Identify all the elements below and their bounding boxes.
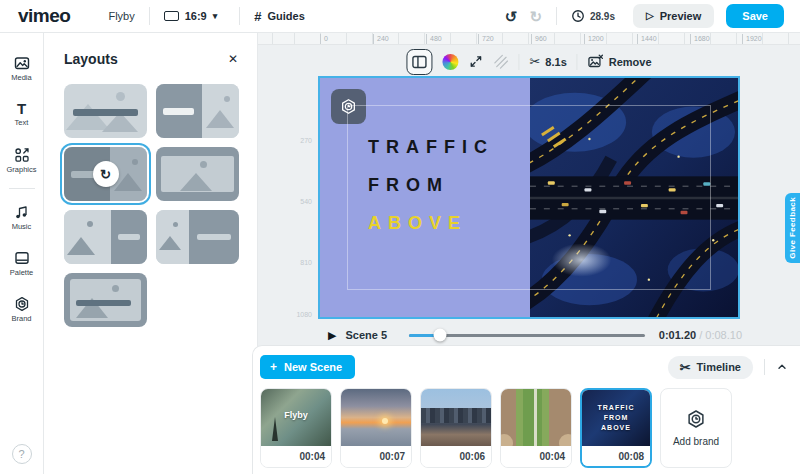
preview-play-icon: ▷: [646, 11, 654, 21]
trim-duration: 8.1s: [545, 56, 566, 68]
trim-tool-button[interactable]: ✂ 8.1s: [529, 55, 566, 68]
left-sidebar: Media T Text Graphics Music Palette Bran…: [0, 33, 44, 474]
redo-icon[interactable]: ↻: [529, 9, 542, 24]
sidebar-label: Music: [12, 222, 32, 231]
resize-tool-button[interactable]: [468, 54, 483, 69]
sidebar-label: Media: [11, 73, 31, 82]
vimeo-create-editor: vimeo Flyby 16:9 ▾ # Guides ↺ ↻ 28.9s ▷ …: [0, 0, 800, 474]
video-canvas-selected[interactable]: TRAFFIC FROM ABOVE: [318, 76, 740, 319]
vertical-ruler-tick: 810: [294, 259, 312, 266]
close-icon[interactable]: ✕: [228, 52, 238, 66]
sidebar-item-graphics[interactable]: Graphics: [0, 137, 43, 183]
color-wheel-button[interactable]: [442, 54, 458, 70]
mountain-shape: [180, 170, 212, 191]
play-icon[interactable]: ▶: [328, 329, 336, 342]
mountain-shape: [67, 234, 95, 255]
sidebar-item-text[interactable]: T Text: [0, 91, 43, 137]
scene-card-2[interactable]: 00:07: [340, 388, 412, 468]
scene-thumbnail-title: Flyby: [261, 410, 331, 420]
guides-toggle[interactable]: # Guides: [254, 9, 305, 24]
sun-dot: [87, 221, 93, 227]
scene-card-1[interactable]: Flyby 00:04: [260, 388, 332, 468]
sidebar-item-media[interactable]: Media: [0, 45, 43, 91]
filter-tool-button-disabled[interactable]: [493, 54, 508, 69]
preview-label: Preview: [660, 10, 702, 22]
divider: [556, 7, 557, 25]
vertical-ruler-tick: 270: [294, 137, 312, 144]
help-button[interactable]: ?: [12, 444, 32, 464]
sidebar-item-palette[interactable]: Palette: [0, 240, 43, 286]
scrubber-handle[interactable]: [433, 329, 446, 342]
chevron-down-icon: ▾: [213, 11, 218, 21]
give-feedback-tab[interactable]: Give Feedback: [785, 193, 800, 263]
palette-icon: [14, 250, 30, 266]
scissors-icon: ✂: [680, 361, 691, 374]
layouts-panel: Layouts ✕: [44, 33, 258, 474]
vimeo-logo[interactable]: vimeo: [18, 5, 70, 27]
preview-button[interactable]: ▷ Preview: [633, 4, 714, 28]
give-feedback-label: Give Feedback: [788, 197, 797, 259]
slide-title-line2: FROM: [368, 166, 494, 204]
layout-option-2[interactable]: [156, 84, 239, 138]
horizontal-ruler: 0 240 480 720 960 1200 1440 1680 1920: [258, 33, 800, 45]
layout-option-3-selected[interactable]: ↻: [64, 147, 147, 201]
mountain-shape: [76, 295, 108, 318]
scene-thumbnail-image: Flyby: [261, 389, 331, 446]
scene-card-3[interactable]: 00:06: [420, 388, 492, 468]
shuffle-layout-button[interactable]: ↻: [93, 161, 119, 187]
layout-option-4[interactable]: [156, 147, 239, 201]
slide-title-line3: ABOVE: [368, 204, 494, 242]
guides-label: Guides: [268, 10, 305, 22]
canvas-toolbar: ✂ 8.1s Remove: [406, 48, 651, 75]
new-scene-button[interactable]: + New Scene: [260, 355, 355, 379]
slide-video-clip[interactable]: [530, 78, 738, 317]
sidebar-item-brand[interactable]: Brand: [0, 286, 43, 332]
scene-thumbnail-image: [341, 389, 411, 446]
save-button[interactable]: Save: [726, 4, 784, 28]
city-skyline-shape: [421, 408, 491, 423]
timeline-header: + New Scene ✂ Timeline: [260, 354, 788, 380]
brand-badge[interactable]: [331, 89, 366, 124]
sidebar-item-music[interactable]: Music: [0, 194, 43, 240]
sun-dot: [173, 222, 178, 227]
remove-image-icon: [588, 54, 604, 69]
layout-option-6[interactable]: [156, 210, 239, 264]
remove-media-button[interactable]: Remove: [588, 54, 652, 69]
sidebar-label: Brand: [11, 314, 31, 323]
layout-tool-button[interactable]: [406, 49, 432, 75]
ruler-tick: 0: [320, 34, 328, 44]
layout-option-5[interactable]: [64, 210, 147, 264]
layout-option-1[interactable]: [64, 84, 147, 138]
add-brand-label: Add brand: [673, 436, 719, 447]
total-time: / 0:08.10: [696, 329, 742, 341]
brand-hexagon-icon: [340, 98, 357, 115]
layout-option-7[interactable]: [64, 273, 147, 327]
scene-card-4[interactable]: 00:04: [500, 388, 572, 468]
scene-scrubber: ▶ Scene 5 0:01.20 / 0:08.10: [328, 325, 742, 345]
scene-card-5-selected[interactable]: TRAFFIC FROM ABOVE 00:08: [580, 388, 652, 468]
timeline-button[interactable]: ✂ Timeline: [668, 356, 753, 379]
scene-time: 0:01.20 / 0:08.10: [659, 329, 742, 341]
divider: [239, 7, 240, 25]
undo-icon[interactable]: ↺: [505, 9, 518, 24]
media-icon: [14, 55, 30, 71]
text-bar: [163, 108, 194, 115]
tower-silhouette: [272, 417, 278, 441]
ruler-tick: 720: [478, 34, 494, 44]
scene-progress-track[interactable]: [409, 334, 645, 337]
aspect-ratio-icon: [164, 11, 179, 21]
chevron-up-icon: [776, 361, 788, 373]
video-duration: 28.9s: [571, 6, 621, 27]
slide-text-panel[interactable]: TRAFFIC FROM ABOVE: [320, 78, 530, 317]
collapse-panel-button[interactable]: [776, 361, 788, 373]
divider: [764, 359, 765, 375]
slide-title-text[interactable]: TRAFFIC FROM ABOVE: [368, 128, 494, 242]
add-brand-card[interactable]: Add brand: [660, 388, 732, 468]
layouts-title: Layouts: [64, 51, 118, 67]
aspect-ratio-dropdown[interactable]: 16:9 ▾: [164, 10, 218, 22]
plus-icon: +: [270, 361, 277, 373]
thumb-title-line3: ABOVE: [601, 423, 631, 433]
scene-strip: Flyby 00:04 00:07 00:06 00:04: [260, 388, 788, 468]
vertical-ruler-tick: 1080: [294, 311, 312, 318]
layout-columns-icon: [411, 54, 427, 70]
